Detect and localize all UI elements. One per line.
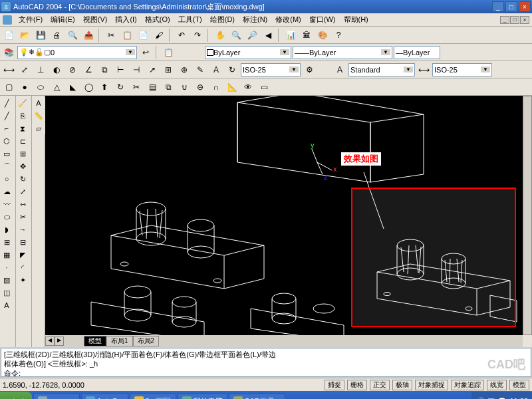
pline-icon[interactable]: ⌐	[0, 122, 13, 134]
region-icon[interactable]: ◫	[0, 287, 13, 299]
new-icon[interactable]: 📄	[1, 28, 16, 43]
revolve-icon[interactable]: ↻	[113, 80, 128, 94]
minimize-button[interactable]: _	[492, 1, 504, 12]
wedge-icon[interactable]: ◣	[65, 80, 80, 94]
pan-icon[interactable]: ✋	[213, 28, 227, 43]
layer-states-icon[interactable]: 📋	[161, 45, 176, 60]
box-icon[interactable]: ▢	[1, 80, 16, 94]
dim-leader-icon[interactable]: ↗	[145, 63, 160, 77]
dim-diameter-icon[interactable]: ⊘	[65, 63, 80, 77]
zoom-win-icon[interactable]: 🔎	[245, 28, 259, 43]
polygon-icon[interactable]: ⬡	[0, 135, 13, 147]
dim-linear-icon[interactable]: ⟷	[1, 63, 16, 77]
tab-layout1[interactable]: 布局1	[106, 336, 133, 346]
scroll-left-icon[interactable]: ◀	[45, 336, 55, 346]
close-button[interactable]: ×	[519, 1, 531, 12]
revcloud-icon[interactable]: ☁	[0, 186, 13, 198]
subtract-icon[interactable]: ⊖	[193, 80, 207, 94]
setup-view-icon[interactable]: 👁	[241, 80, 255, 94]
dim-ordinate-icon[interactable]: ⊥	[33, 63, 48, 77]
break-icon[interactable]: ⊟	[16, 236, 29, 248]
menu-insert[interactable]: 插入(I)	[111, 15, 140, 25]
line-icon[interactable]: ╱	[0, 97, 13, 109]
taskbar-cadworld[interactable]: CAD世界...	[229, 393, 285, 399]
menu-view[interactable]: 视图(V)	[79, 15, 112, 25]
tray-icon[interactable]: 💬	[497, 397, 507, 400]
circle-icon[interactable]: ○	[0, 173, 13, 185]
extend-icon[interactable]: →	[16, 223, 29, 235]
trim-icon[interactable]: ✂	[16, 211, 29, 223]
vertical-scrollbar[interactable]	[523, 96, 532, 335]
menu-modify[interactable]: 修改(M)	[271, 15, 305, 25]
dimstyle2-icon[interactable]: ⟷	[416, 63, 431, 77]
ql-ie-icon[interactable]	[33, 393, 80, 399]
menu-file[interactable]: 文件(F)	[15, 15, 47, 25]
zoom-prev-icon[interactable]: ◀	[261, 28, 275, 43]
drawing-canvas[interactable]: x y z 效果如图	[45, 96, 523, 335]
layer-manager-icon[interactable]: 📚	[1, 45, 16, 60]
color-combo[interactable]: ByLayer ▼	[205, 46, 291, 59]
paste-icon[interactable]: 📄	[136, 28, 150, 43]
menu-help[interactable]: 帮助(H)	[340, 15, 372, 25]
save-icon[interactable]: 💾	[33, 28, 48, 43]
redo-icon[interactable]: ↷	[190, 28, 205, 43]
dim-continue-icon[interactable]: ⊣	[129, 63, 144, 77]
system-tray[interactable]: 🔊 🛡 💬 11:32	[471, 392, 532, 399]
menu-window[interactable]: 窗口(W)	[305, 15, 340, 25]
area-icon[interactable]: ▱	[32, 122, 45, 134]
hatch-icon[interactable]: ▨	[0, 274, 13, 286]
section-icon[interactable]: ▤	[145, 80, 160, 94]
layer-prev-icon[interactable]: ↩	[138, 45, 153, 60]
model-toggle[interactable]: 模型	[509, 380, 529, 390]
zoom-rt-icon[interactable]: 🔍	[229, 28, 243, 43]
mtext-icon[interactable]: A	[0, 299, 13, 311]
dim-baseline-icon[interactable]: ⊢	[113, 63, 128, 77]
undo-icon[interactable]: ↶	[174, 28, 189, 43]
intersect-icon[interactable]: ∩	[209, 80, 223, 94]
layer-combo[interactable]: 💡❄🔓▢ 0 ▼	[17, 46, 137, 59]
torus-icon[interactable]: ◯	[81, 80, 96, 94]
menu-format[interactable]: 格式(O)	[141, 15, 174, 25]
tab-layout2[interactable]: 布局2	[133, 336, 160, 346]
horizontal-scrollbar[interactable]: ◀ ▶ 模型 布局1 布局2	[45, 335, 523, 347]
union-icon[interactable]: ∪	[177, 80, 192, 94]
polar-toggle[interactable]: 极轴	[392, 380, 412, 390]
menu-dimension[interactable]: 标注(N)	[239, 15, 271, 25]
osnap-toggle[interactable]: 对象捕捉	[415, 380, 448, 390]
dim-angular-icon[interactable]: ∠	[81, 63, 96, 77]
snap-toggle[interactable]: 捕捉	[325, 380, 344, 390]
setup-drawing-icon[interactable]: 📐	[225, 80, 239, 94]
design-center-icon[interactable]: 🏛	[299, 28, 314, 43]
lineweight-combo[interactable]: — ByLayer	[394, 46, 440, 59]
spline-icon[interactable]: 〰	[0, 198, 13, 210]
mirror-icon[interactable]: ⧗	[16, 122, 29, 134]
rotate-icon[interactable]: ↻	[16, 173, 29, 185]
chamfer-icon[interactable]: ◤	[16, 249, 29, 261]
tab-model[interactable]: 模型	[84, 336, 106, 346]
dim-edit-icon[interactable]: ✎	[193, 63, 207, 77]
taskbar-mycomputer[interactable]: 我的电脑	[178, 393, 227, 399]
start-button[interactable]: start	[0, 392, 32, 399]
textstyle-combo[interactable]: Standard ▼	[348, 63, 415, 76]
sphere-icon[interactable]: ●	[17, 80, 32, 94]
menu-tools[interactable]: 工具(T)	[174, 15, 206, 25]
doc-restore-button[interactable]: □	[510, 16, 519, 24]
properties-icon[interactable]: 📊	[283, 28, 298, 43]
extrude-icon[interactable]: ⬆	[97, 80, 112, 94]
point-icon[interactable]: ·	[0, 261, 13, 273]
plot-icon[interactable]: 🖨	[49, 28, 64, 43]
dimstyle-combo[interactable]: ISO-25 ▼	[241, 63, 301, 76]
taskbar-autocad[interactable]: AutoC...	[81, 393, 128, 399]
insert-block-icon[interactable]: ⊞	[0, 236, 13, 248]
dim-center-icon[interactable]: ⊕	[177, 63, 192, 77]
text-tool-icon[interactable]: A	[32, 97, 45, 109]
fillet-icon[interactable]: ◜	[16, 261, 29, 273]
explode-icon[interactable]: ✦	[16, 274, 29, 286]
copy-icon[interactable]: 📋	[120, 28, 134, 43]
ortho-toggle[interactable]: 正交	[370, 380, 390, 390]
offset-icon[interactable]: ⊏	[16, 135, 29, 147]
dim-update-icon[interactable]: ↻	[225, 63, 239, 77]
doc-minimize-button[interactable]: _	[500, 16, 509, 24]
make-block-icon[interactable]: ▦	[0, 249, 13, 261]
copy-obj-icon[interactable]: ⎘	[16, 110, 29, 122]
